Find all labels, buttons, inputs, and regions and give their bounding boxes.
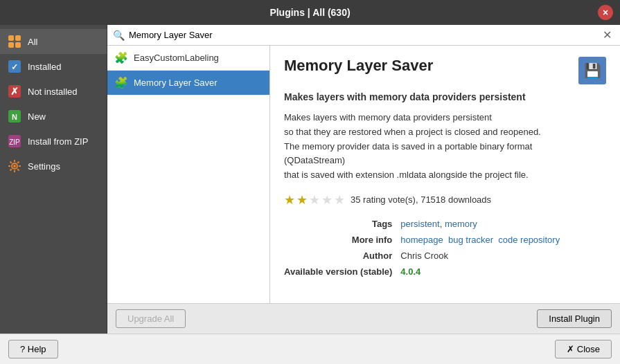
sidebar-item-new[interactable]: N New <box>0 104 107 129</box>
window-close-button[interactable]: × <box>598 5 613 20</box>
plugin-title: Memory Layer Saver <box>284 57 433 75</box>
sidebar-item-all[interactable]: All <box>0 29 107 54</box>
svg-rect-3 <box>15 42 21 48</box>
search-input[interactable] <box>129 30 596 40</box>
plugin-list-icon-memory: 🧩 <box>114 76 128 89</box>
svg-rect-2 <box>8 42 14 48</box>
main-window: Plugins | All (630) × All <box>0 0 620 364</box>
star-3: ★ <box>309 192 320 208</box>
star-5: ★ <box>334 192 345 208</box>
sidebar-zip-label: Install from ZIP <box>28 136 88 147</box>
upgrade-all-button[interactable]: Upgrade All <box>116 309 186 328</box>
sidebar-settings-label: Settings <box>28 161 60 172</box>
window-title: Plugins | All (630) <box>269 7 350 18</box>
svg-line-20 <box>17 162 19 163</box>
main-area: 🔍 ✕ 🧩 EasyCustomLabeling 🧩 Memory Layer … <box>107 25 620 334</box>
svg-point-13 <box>13 165 16 167</box>
svg-line-19 <box>17 169 19 170</box>
help-button[interactable]: ? Help <box>8 340 58 358</box>
tag-persistent-link[interactable]: persistent <box>400 219 439 229</box>
plugin-meta: Tags persistent, memory More info homepa… <box>284 219 606 277</box>
code-repository-link[interactable]: code repository <box>498 235 560 245</box>
sidebar-item-settings[interactable]: Settings <box>0 154 107 179</box>
plugin-detail-header: Memory Layer Saver 💾 <box>284 57 606 84</box>
author-label: Author <box>284 251 392 261</box>
sidebar-item-installed[interactable]: ✓ Installed <box>0 54 107 79</box>
list-item[interactable]: 🧩 EasyCustomLabeling <box>107 46 269 71</box>
svg-rect-1 <box>15 35 21 41</box>
sidebar-item-not-installed[interactable]: ✗ Not installed <box>0 79 107 104</box>
not-installed-icon: ✗ <box>7 84 22 99</box>
plugin-list-icon-easy: 🧩 <box>114 51 128 64</box>
homepage-link[interactable]: homepage <box>400 235 443 245</box>
plugin-subtitle: Makes layers with memory data providers … <box>284 91 606 102</box>
plugin-detail: Memory Layer Saver 💾 Makes layers with m… <box>270 46 620 303</box>
all-icon <box>7 34 22 49</box>
new-icon: N <box>7 109 22 124</box>
search-icon: 🔍 <box>113 30 125 41</box>
tags-label: Tags <box>284 219 392 229</box>
titlebar: Plugins | All (630) × <box>0 0 620 25</box>
star-2: ★ <box>296 192 308 208</box>
svg-line-18 <box>10 162 12 163</box>
install-plugin-button[interactable]: Install Plugin <box>537 309 612 328</box>
content-area: All ✓ Installed ✗ Not inst <box>0 25 620 334</box>
search-bar: 🔍 ✕ <box>107 25 620 46</box>
svg-text:ZIP: ZIP <box>9 138 20 146</box>
sidebar-not-installed-label: Not installed <box>28 87 78 97</box>
star-4: ★ <box>321 192 333 208</box>
plugin-description: Makes layers with memory data providers … <box>284 111 606 183</box>
installed-icon: ✓ <box>7 59 22 74</box>
bug-tracker-link[interactable]: bug tracker <box>448 235 493 245</box>
svg-text:✓: ✓ <box>11 62 18 72</box>
plugin-list-label-memory: Memory Layer Saver <box>134 78 218 88</box>
plugin-list-label-easy: EasyCustomLabeling <box>134 53 219 63</box>
star-1: ★ <box>284 192 295 208</box>
svg-text:N: N <box>12 113 17 121</box>
help-icon: ? <box>20 344 25 354</box>
install-from-zip-icon: ZIP <box>7 134 22 149</box>
plugin-save-icon: 💾 <box>578 57 606 84</box>
sidebar-item-install-from-zip[interactable]: ZIP Install from ZIP <box>0 129 107 154</box>
detail-footer: Upgrade All Install Plugin <box>107 303 620 334</box>
more-info-label: More info <box>284 235 392 245</box>
tags-value: persistent, memory <box>400 219 606 229</box>
close-button[interactable]: ✗ Close <box>555 340 612 358</box>
version-label: Available version (stable) <box>284 266 392 277</box>
rating-text: 35 rating vote(s), 71518 downloads <box>351 194 491 205</box>
search-clear-button[interactable]: ✕ <box>600 28 614 42</box>
svg-line-21 <box>10 169 12 170</box>
sidebar-new-label: New <box>28 111 46 122</box>
list-item[interactable]: 🧩 Memory Layer Saver <box>107 71 269 95</box>
plugin-list-detail: 🧩 EasyCustomLabeling 🧩 Memory Layer Save… <box>107 46 620 303</box>
tag-memory-link[interactable]: memory <box>445 219 477 229</box>
sidebar-all-label: All <box>28 37 37 47</box>
sidebar: All ✓ Installed ✗ Not inst <box>0 25 107 334</box>
svg-rect-0 <box>8 35 14 41</box>
svg-text:✗: ✗ <box>10 86 19 97</box>
close-x-icon: ✗ <box>567 344 574 354</box>
plugin-rating: ★ ★ ★ ★ ★ 35 rating vote(s), 71518 downl… <box>284 192 606 208</box>
star-rating: ★ ★ ★ ★ ★ <box>284 192 345 208</box>
plugin-list: 🧩 EasyCustomLabeling 🧩 Memory Layer Save… <box>107 46 270 303</box>
version-value: 4.0.4 <box>400 266 606 277</box>
settings-icon <box>7 158 22 174</box>
sidebar-installed-label: Installed <box>28 62 61 72</box>
footer: ? Help ✗ Close <box>0 334 620 364</box>
author-value: Chris Crook <box>400 251 606 261</box>
more-info-links: homepage bug tracker code repository <box>400 235 606 245</box>
